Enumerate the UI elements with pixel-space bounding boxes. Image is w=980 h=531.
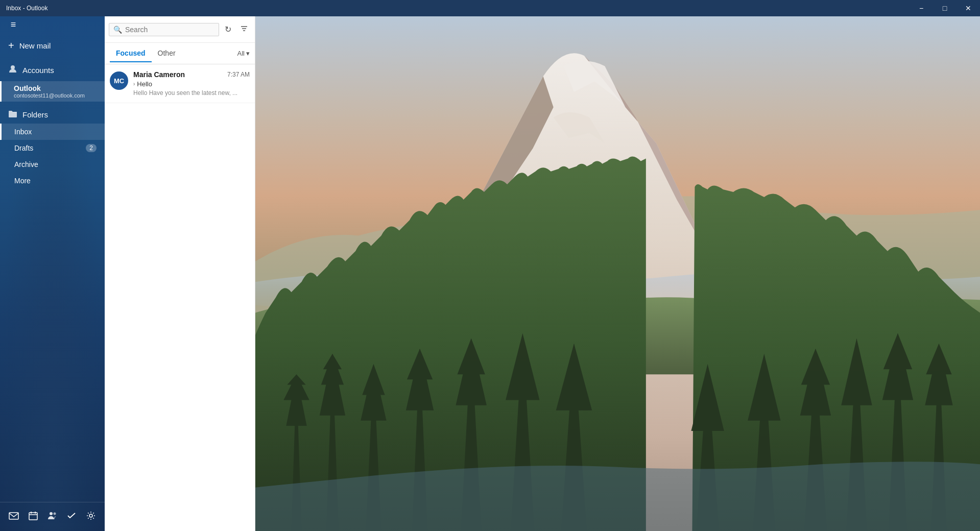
svg-rect-1 (9, 112, 17, 117)
new-mail-button[interactable]: + New mail (0, 33, 105, 58)
people-icon (47, 511, 57, 523)
folder-item-archive[interactable]: Archive (0, 156, 105, 173)
search-box[interactable]: 🔍 (109, 23, 219, 36)
title-bar: Inbox - Outlook − □ ✕ (0, 0, 980, 16)
folder-archive-label: Archive (14, 160, 38, 168)
footer-todo-button[interactable] (62, 508, 81, 526)
sidebar-footer (0, 502, 105, 531)
email-sender: Maria Cameron (133, 70, 185, 79)
sidebar: ≡ + New mail Accounts Outlook contosotes… (0, 16, 105, 531)
search-icon: 🔍 (113, 26, 122, 34)
accounts-section[interactable]: Accounts (0, 60, 105, 80)
todo-icon (66, 511, 77, 523)
filter-icon (240, 25, 248, 35)
new-mail-label: New mail (19, 41, 51, 50)
minimize-button[interactable]: − (910, 0, 933, 16)
svg-point-0 (11, 65, 15, 69)
hamburger-button[interactable]: ≡ (4, 16, 22, 33)
svg-point-8 (54, 512, 56, 515)
filter-button[interactable] (237, 21, 251, 38)
hamburger-icon: ≡ (11, 19, 16, 30)
svg-rect-2 (9, 513, 18, 519)
footer-settings-button[interactable] (82, 508, 100, 526)
background-image (255, 16, 980, 531)
email-chevron-icon: › (133, 81, 135, 87)
folder-item-more[interactable]: More (0, 173, 105, 189)
folder-more-label: More (14, 177, 31, 185)
footer-mail-button[interactable] (5, 508, 23, 526)
footer-people-button[interactable] (43, 508, 61, 526)
tab-focused-label: Focused (116, 49, 146, 57)
filter-label: All (237, 50, 245, 57)
reading-pane (255, 16, 980, 531)
close-button[interactable]: ✕ (957, 0, 980, 16)
email-item[interactable]: MC Maria Cameron 7:37 AM › Hello Hello H… (105, 64, 255, 103)
email-list-toolbar: 🔍 ↻ (105, 16, 255, 43)
drafts-badge: 2 (86, 144, 97, 152)
accounts-icon (8, 64, 17, 76)
refresh-button[interactable]: ↻ (221, 21, 235, 38)
email-header-row: Maria Cameron 7:37 AM (133, 70, 250, 79)
tab-other[interactable]: Other (152, 45, 182, 62)
folder-item-drafts[interactable]: Drafts 2 (0, 140, 105, 156)
app-title: Inbox - Outlook (6, 5, 47, 12)
folders-label: Folders (22, 110, 48, 119)
account-item[interactable]: Outlook contosotest11@outlook.com (0, 81, 105, 102)
svg-point-7 (50, 512, 53, 515)
email-content: Maria Cameron 7:37 AM › Hello Hello Have… (133, 70, 250, 96)
app-container: ≡ + New mail Accounts Outlook contosotes… (0, 16, 980, 531)
folder-item-inbox[interactable]: Inbox (0, 124, 105, 140)
settings-icon (86, 511, 96, 523)
email-time: 7:37 AM (227, 71, 250, 78)
account-name: Outlook (14, 84, 97, 92)
avatar: MC (110, 71, 128, 90)
email-list-panel: 🔍 ↻ Focused Oth (105, 16, 255, 531)
new-mail-icon: + (8, 40, 14, 52)
account-email: contosotest11@outlook.com (14, 92, 97, 99)
search-input[interactable] (125, 26, 214, 34)
refresh-icon: ↻ (225, 25, 231, 34)
folder-inbox-label: Inbox (14, 128, 32, 136)
email-tabs: Focused Other All ▾ (105, 43, 255, 64)
tab-other-label: Other (158, 49, 176, 57)
sidebar-header: ≡ (0, 16, 105, 33)
folder-drafts-label: Drafts (14, 144, 33, 152)
folders-icon (8, 109, 17, 120)
svg-rect-3 (29, 513, 37, 520)
svg-point-9 (89, 514, 92, 517)
email-preview: Hello Have you seen the latest new, ... (133, 89, 250, 96)
footer-calendar-button[interactable] (24, 508, 42, 526)
maximize-button[interactable]: □ (933, 0, 957, 16)
email-subject-row: › Hello (133, 80, 250, 88)
avatar-initials: MC (114, 77, 124, 85)
accounts-label: Accounts (22, 66, 54, 75)
window-controls: − □ ✕ (910, 0, 980, 16)
tab-filter[interactable]: All ▾ (237, 50, 250, 57)
calendar-icon (28, 511, 38, 523)
chevron-down-icon: ▾ (246, 50, 250, 57)
mail-icon (9, 511, 19, 523)
email-subject: Hello (137, 80, 152, 88)
tab-focused[interactable]: Focused (110, 45, 152, 62)
folders-section: Folders (0, 103, 105, 124)
